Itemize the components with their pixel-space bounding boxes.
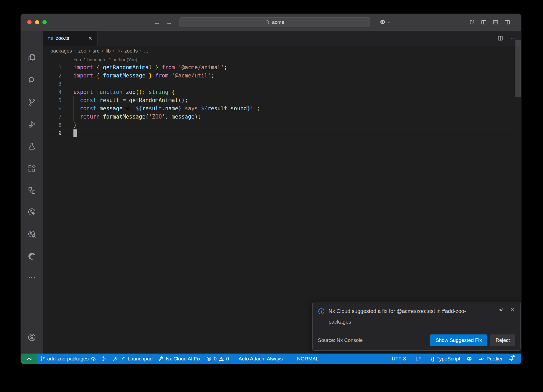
code-line[interactable]: 7 return formatMessage('ZOO', message);	[43, 113, 515, 121]
accounts-icon[interactable]	[27, 333, 37, 342]
breadcrumb-separator: ›	[140, 48, 142, 54]
breadcrumb-more[interactable]: ...	[144, 48, 148, 54]
plug-icon	[120, 356, 125, 361]
navigate-back-button[interactable]: ←	[154, 14, 160, 31]
line-number: 5	[43, 96, 62, 104]
notification-close-icon[interactable]	[510, 307, 515, 312]
bell-icon	[509, 356, 514, 361]
editor-more-actions-icon[interactable]: ⋯	[510, 35, 516, 42]
vim-mode-item[interactable]: -- NORMAL --	[289, 354, 326, 364]
notification-toast: Nx Cloud suggested a fix for @acme/zoo:t…	[312, 302, 521, 351]
command-center-search[interactable]: acme	[179, 17, 370, 27]
encoding-item[interactable]: UTF-8	[389, 354, 409, 364]
status-bar: >< add-zoo-packages Launchpad	[21, 354, 521, 364]
breadcrumb: packages › zoo › src › lib › TS zoo.ts ›…	[50, 46, 148, 56]
breadcrumb-file[interactable]: zoo.ts	[124, 48, 138, 54]
breadcrumb-separator: ›	[113, 48, 115, 54]
more-views-icon[interactable]	[27, 273, 37, 282]
line-number: 8	[43, 121, 62, 129]
code-text: }	[73, 121, 77, 129]
typescript-file-icon: TS	[48, 36, 53, 41]
reject-button[interactable]: Reject	[490, 334, 515, 346]
warnings-count: 0	[226, 356, 229, 362]
code-text: import { getRandomAnimal } from '@acme/a…	[73, 63, 227, 72]
nx-cloud-fix-item[interactable]: Nx Cloud AI Fix	[155, 354, 203, 364]
toggle-panel-icon[interactable]	[493, 19, 498, 25]
git-branch-item[interactable]: add-zoo-packages	[37, 354, 99, 364]
launchpad-label: Launchpad	[128, 356, 152, 362]
extensions-icon[interactable]	[27, 164, 37, 173]
copilot-icon	[379, 19, 386, 25]
line-number: 6	[43, 104, 62, 113]
nx-console-icon[interactable]	[27, 207, 37, 217]
errors-icon	[206, 356, 212, 361]
references-view-icon[interactable]	[27, 186, 37, 195]
zoom-window-button[interactable]	[42, 20, 47, 24]
cloud-upload-icon	[91, 356, 96, 361]
launchpad-item[interactable]: Launchpad	[110, 354, 155, 364]
line-number: 9	[43, 129, 62, 137]
tab-zoo-ts[interactable]: TS zoo.ts ✕	[43, 31, 98, 46]
copilot-status-item[interactable]	[463, 354, 476, 364]
notification-settings-gear-icon[interactable]	[498, 307, 504, 313]
minimize-window-button[interactable]	[35, 20, 39, 24]
search-icon	[265, 20, 270, 25]
auto-attach-item[interactable]: Auto Attach: Always	[235, 354, 286, 364]
notifications-bell-item[interactable]	[506, 354, 517, 364]
code-lines[interactable]: 1import { getRandomAnimal } from '@acme/…	[43, 63, 515, 137]
code-line[interactable]: 5 const result = getRandomAnimal();	[43, 96, 515, 104]
search-view-icon[interactable]	[27, 75, 37, 85]
problems-item[interactable]: 0 0	[203, 354, 232, 364]
notification-source: Source: Nx Console	[318, 337, 363, 343]
testing-icon[interactable]	[27, 142, 37, 151]
prettier-item[interactable]: Prettier	[476, 354, 506, 364]
customize-layout-icon[interactable]	[469, 19, 475, 25]
run-and-debug-icon[interactable]	[27, 120, 37, 129]
line-number: 3	[43, 80, 62, 88]
code-line[interactable]: 2import { formatMessage } from '@acme/ut…	[43, 72, 515, 80]
copilot-menu-button[interactable]	[379, 19, 391, 25]
tab-close-icon[interactable]: ✕	[88, 36, 93, 41]
source-control-icon[interactable]	[27, 97, 37, 107]
vim-block-cursor	[73, 129, 77, 137]
code-text: const result = getRandomAnimal();	[73, 96, 188, 104]
close-window-button[interactable]	[27, 20, 32, 24]
language-label: TypeScript	[436, 356, 460, 362]
vscode-window: ← → acme	[21, 14, 521, 364]
breadcrumb-item[interactable]: src	[93, 48, 99, 54]
gitlens-blame-annotation: You, 1 hour ago | 1 author (You)	[73, 56, 137, 63]
breadcrumb-item[interactable]: zoo	[78, 48, 86, 54]
language-mode-item[interactable]: {} TypeScript	[428, 354, 463, 364]
nx-project-graph-icon[interactable]	[27, 229, 37, 239]
edge-tools-icon[interactable]	[27, 251, 37, 261]
double-check-icon	[479, 356, 484, 362]
show-suggested-fix-button[interactable]: Show Suggested Fix	[430, 334, 487, 346]
code-line[interactable]: 4export function zoo(): string {	[43, 88, 515, 96]
toggle-primary-sidebar-icon[interactable]	[481, 19, 487, 25]
prettier-label: Prettier	[487, 356, 503, 362]
toggle-secondary-sidebar-icon[interactable]	[504, 19, 510, 25]
remote-indicator[interactable]: ><	[21, 354, 37, 364]
code-text: export function zoo(): string {	[73, 88, 175, 96]
eol-item[interactable]: LF	[413, 354, 424, 364]
breadcrumb-separator: ›	[89, 48, 90, 54]
code-text: return formatMessage('ZOO', message);	[73, 113, 201, 121]
title-bar: ← → acme	[21, 14, 521, 31]
editor-scrollbar[interactable]	[515, 40, 521, 97]
split-editor-icon[interactable]	[497, 35, 503, 41]
copilot-icon	[466, 355, 473, 362]
navigate-forward-button[interactable]: →	[166, 14, 172, 31]
code-line[interactable]: 1import { getRandomAnimal } from '@acme/…	[43, 63, 515, 72]
code-line[interactable]: 6 const message = `${result.name} says $…	[43, 104, 515, 113]
breadcrumb-item[interactable]: lib	[106, 48, 111, 54]
code-line[interactable]: 3	[43, 80, 515, 88]
code-line[interactable]: 8}	[43, 121, 515, 129]
git-graph-item[interactable]	[99, 354, 110, 364]
chevron-down-icon	[387, 20, 391, 24]
braces-icon: {}	[431, 356, 434, 362]
errors-count: 0	[214, 356, 217, 362]
indent-guide	[73, 96, 74, 121]
code-line[interactable]: 9	[43, 129, 515, 137]
explorer-icon[interactable]	[27, 53, 37, 63]
breadcrumb-item[interactable]: packages	[50, 48, 72, 54]
